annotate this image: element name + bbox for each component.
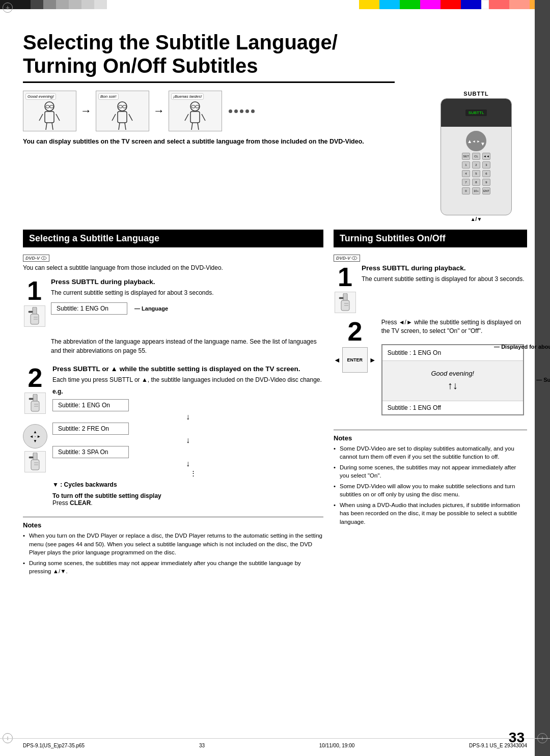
page-number: 33	[509, 730, 525, 746]
arrow-label: ▲/▼	[471, 216, 482, 222]
page-footer: DPS-9.1(US_E)p27-35.p65 33 10/11/00, 19:…	[0, 738, 550, 748]
rstep2-num-col: 2 ◄ ENTER ►	[334, 318, 376, 424]
svg-rect-10	[118, 111, 127, 123]
displayed-label: — Displayed for about 3 seconds	[494, 343, 550, 351]
scene-figures: Good evening! →	[23, 91, 415, 131]
svg-rect-1	[45, 111, 54, 123]
language-label: — Language	[134, 305, 168, 312]
dvd-logo-right: DVD-V	[334, 255, 360, 262]
cycles-note: ▼ : Cycles backwards	[52, 481, 323, 488]
person-1	[36, 100, 64, 131]
step1-hand	[24, 305, 45, 327]
svg-rect-24	[196, 105, 199, 108]
left-note-1: When you turn on the DVD Player or repla…	[23, 531, 323, 556]
svg-line-14	[125, 123, 126, 130]
svg-rect-28	[29, 311, 33, 313]
good-evening-text: Good evening!	[431, 370, 474, 377]
step1-content: Press SUBTTL during playback. The curren…	[51, 277, 323, 358]
step2-hand	[24, 393, 46, 414]
person-2	[108, 100, 136, 131]
hand-icon-3	[27, 453, 43, 471]
rstep1-hand	[335, 292, 356, 313]
figure-3: ¡Buenas tardes!	[169, 91, 222, 131]
right-note-2: During some scenes, the subtitles may no…	[334, 463, 527, 480]
right-step-2: 2 ◄ ENTER ► Press ◄/► while the subtitl	[334, 318, 527, 424]
subtitles-label: — Subtitles	[536, 377, 550, 383]
enter-box: ENTER	[342, 347, 368, 373]
right-arrow: ►	[369, 356, 376, 364]
left-step-1: 1 Press SUBTTL during p	[23, 277, 323, 358]
footer-date: 10/11/00, 19:00	[319, 743, 355, 748]
main-title-area: Selecting the Subtitle Language/ Turning…	[23, 31, 527, 77]
step2-num-col: 2	[23, 365, 47, 511]
speech-3: ¡Buenas tardes!	[171, 93, 204, 100]
rstep2-desc: Press ◄/► while the subtitle setting is …	[381, 318, 527, 336]
remote-illustration: SUBTTL ▲◄ ► ▼ SET CL ◄◄ 1 2 3	[441, 98, 512, 215]
rstep2-number: 2	[347, 318, 362, 345]
left-column: Selecting a Subtitle Language DVD-V You …	[23, 230, 323, 578]
title-divider	[23, 81, 395, 83]
left-notes-list: When you turn on the DVD Player or repla…	[23, 531, 323, 575]
svg-line-20	[202, 114, 205, 121]
figure-1: Good evening!	[23, 91, 76, 131]
dots	[229, 109, 255, 113]
reg-mark-tl	[3, 3, 13, 13]
svg-rect-7	[50, 105, 53, 108]
tv-up-down-arrows: ↑↓	[431, 380, 474, 391]
svg-line-3	[56, 114, 60, 121]
svg-line-22	[198, 123, 199, 130]
person-3	[181, 100, 209, 131]
dvd-logo-left: DVD-V	[23, 255, 49, 262]
rstep2-content: Press ◄/► while the subtitle setting is …	[381, 318, 527, 424]
rstep1-desc: The current subtitle setting is displaye…	[362, 275, 527, 284]
step1-desc2: The abbreviation of the language appears…	[51, 338, 323, 355]
left-step-2: 2	[23, 365, 323, 511]
down-arrow-3: ↓	[52, 459, 323, 468]
svg-line-11	[112, 114, 116, 121]
right-column: Turning Subtitles On/Off DVD-V 1	[334, 230, 527, 578]
step2-enter-area: ▲◄ · ►▼	[23, 424, 47, 449]
subttl-label: SUBTTL	[463, 91, 488, 97]
ellipsis: ⋮	[63, 469, 323, 477]
step1-screen-area: Subtitle: 1 ENG On — Language	[51, 302, 127, 315]
tv-screen: Subtitle : 1 ENG On Good evening! ↑↓ Sub…	[381, 344, 524, 415]
cycling-screens: Subtitle: 1 ENG On ↓ Subtitle: 2 FRE On …	[52, 399, 323, 477]
hand-icon-r1	[337, 293, 353, 312]
tv-screen-area: Subtitle : 1 ENG On Good evening! ↑↓ Sub…	[381, 340, 527, 419]
svg-rect-6	[46, 105, 49, 108]
rstep1-num-col: 1	[334, 264, 356, 313]
color-bar	[0, 0, 550, 9]
left-notes-title: Notes	[23, 521, 323, 529]
step2-content: Press SUBTTL or ▲ while the subtitle set…	[52, 365, 323, 511]
right-section-title: Turning Subtitles On/Off	[334, 230, 527, 247]
rstep1-content: Press SUBTTL during playback. The curren…	[362, 264, 527, 313]
step2-eg: e.g.	[52, 387, 323, 396]
svg-line-2	[39, 114, 43, 121]
svg-line-19	[185, 114, 188, 121]
step1-screen: Subtitle: 1 ENG On	[51, 302, 127, 315]
step1-desc: The current subtitle setting is displaye…	[51, 289, 323, 297]
footer-mid: 33	[199, 743, 205, 748]
step1-title: Press SUBTTL during playback.	[51, 277, 323, 287]
screen-spa: Subtitle: 3 SPA On	[52, 446, 129, 458]
hand-icon-2	[27, 394, 43, 412]
right-step-1: 1 Press SUBTTL during playback.	[334, 264, 527, 313]
header-area: Good evening! →	[23, 91, 527, 222]
svg-rect-45	[339, 297, 343, 299]
header-description: You can display subtitles on the TV scre…	[23, 137, 415, 147]
screen-fre: Subtitle: 2 FRE On	[52, 423, 129, 435]
page-title: Selecting the Subtitle Language/ Turning…	[23, 31, 527, 77]
arrow-1: →	[80, 104, 92, 118]
left-notes: Notes When you turn on the DVD Player or…	[23, 517, 323, 575]
speech-1: Good evening!	[25, 93, 56, 100]
header-left: Good evening! →	[23, 91, 415, 222]
turn-off-note: To turn off the subtitle setting display…	[52, 492, 323, 507]
tv-middle-content: Good evening! ↑↓	[431, 370, 474, 391]
main-content: Selecting a Subtitle Language DVD-V You …	[23, 230, 527, 578]
svg-point-43	[354, 258, 355, 259]
rstep1-number: 1	[338, 264, 352, 290]
remote-area: SUBTTL SUBTTL ▲◄ ► ▼ SET CL ◄◄ 1	[425, 91, 527, 222]
step1-num-col: 1	[23, 277, 46, 358]
svg-line-21	[191, 123, 193, 130]
svg-rect-18	[190, 111, 200, 123]
